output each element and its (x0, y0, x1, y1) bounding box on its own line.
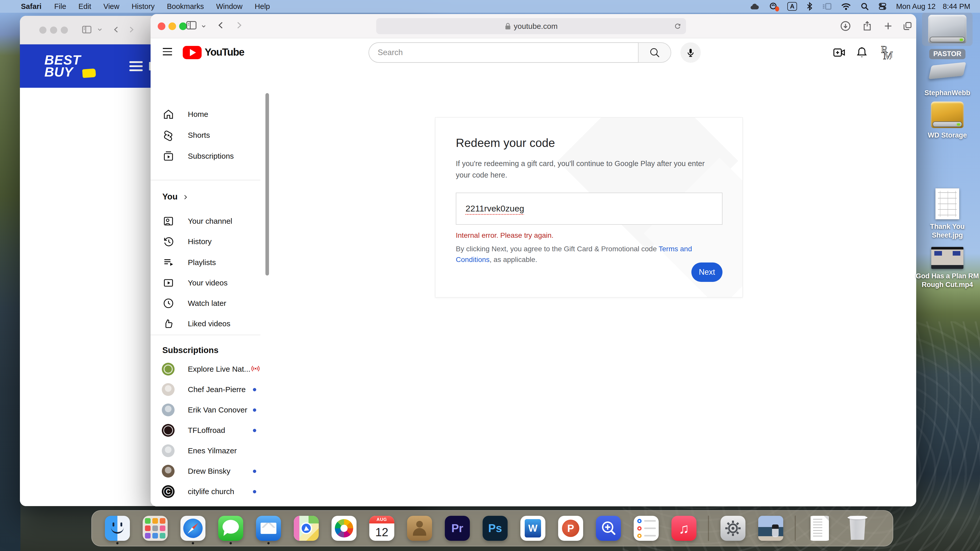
dock-safari[interactable] (174, 516, 212, 541)
keyboard-input-icon[interactable]: A (788, 2, 797, 11)
back-button[interactable] (216, 20, 226, 32)
chevron-down-icon[interactable] (200, 23, 207, 30)
menu-help[interactable]: Help (248, 2, 276, 11)
notifications-bell-button[interactable] (856, 46, 868, 60)
new-tab-button[interactable] (883, 20, 894, 33)
your-videos-icon (162, 277, 175, 289)
channel-row-explore-live-nature[interactable]: Explore Live Nat... (151, 359, 263, 379)
search-field[interactable] (378, 48, 612, 57)
tab-overview-button[interactable] (902, 20, 913, 33)
channel-row-tfloffroad[interactable]: TFLoffroad (151, 421, 263, 440)
sidebar-toggle-icon[interactable] (82, 25, 92, 35)
menu-view[interactable]: View (97, 2, 125, 11)
dock-premiere-pro[interactable]: Pr (438, 516, 476, 541)
dock-maps[interactable] (287, 516, 325, 541)
desktop-icon-pastor-drive[interactable]: PASTOR (914, 12, 980, 59)
sidebar-item-home[interactable]: Home (151, 104, 263, 124)
code-input[interactable]: 2211rvek0zueg (456, 192, 722, 225)
wifi-icon[interactable] (841, 2, 851, 11)
youtube-wordmark[interactable]: YouTube (205, 46, 244, 58)
dock-music[interactable]: ♫ (665, 516, 703, 541)
sidebar-item-your-channel[interactable]: Your channel (151, 211, 263, 231)
sidebar-item-playlists[interactable]: Playlists (151, 252, 263, 272)
forward-arrow-icon[interactable] (127, 25, 135, 35)
menu-bar-date[interactable]: Mon Aug 12 (896, 2, 935, 11)
sidebar-toggle-icon[interactable] (186, 20, 197, 32)
back-arrow-icon[interactable] (112, 25, 121, 35)
close-button[interactable] (158, 22, 165, 30)
channel-row-erik-van-conover[interactable]: Erik Van Conover (151, 400, 263, 420)
dock-contacts[interactable] (401, 516, 438, 541)
dock-word[interactable]: W (514, 516, 552, 541)
desktop-icon-god-has-a-plan-video[interactable]: God Has a Plan RM Rough Cut.mp4 (914, 247, 980, 289)
cloud-status-icon[interactable] (749, 2, 760, 11)
dock-calendar[interactable]: AUG12 (363, 516, 401, 541)
bestbuy-logo[interactable]: BEST BUY (45, 54, 81, 78)
inactive-zoom-button[interactable] (61, 27, 68, 34)
dock-photoshop[interactable]: Ps (476, 516, 514, 541)
app-status-icon[interactable] (769, 2, 778, 11)
create-video-button[interactable] (832, 46, 846, 60)
sidebar-item-your-videos[interactable]: Your videos (151, 273, 263, 293)
dock-launchpad[interactable] (136, 516, 174, 541)
guide-hamburger-button[interactable] (163, 48, 172, 56)
inactive-close-button[interactable] (39, 27, 46, 34)
bluetooth-icon[interactable] (806, 2, 813, 11)
account-avatar[interactable]: R M (877, 44, 894, 61)
menu-window[interactable]: Window (210, 2, 248, 11)
menu-safari[interactable]: Safari (14, 2, 48, 11)
share-button[interactable] (862, 20, 873, 33)
dock-trash[interactable] (838, 516, 877, 541)
menu-bookmarks[interactable]: Bookmarks (161, 2, 210, 11)
desktop-icon-thank-you-sheet[interactable]: Thank You Sheet.jpg (914, 188, 980, 240)
menu-bar-time[interactable]: 8:44 PM (943, 2, 970, 11)
next-button[interactable]: Next (691, 262, 722, 282)
sidebar-scrollbar[interactable] (266, 93, 269, 275)
forward-button[interactable] (234, 20, 243, 32)
sidebar-item-shorts[interactable]: Shorts (151, 125, 263, 145)
dock-powerpoint[interactable]: P (552, 516, 590, 541)
sidebar-item-watch-later[interactable]: Watch later (151, 293, 263, 313)
voice-search-button[interactable] (680, 42, 701, 63)
dock-messages[interactable] (212, 516, 250, 541)
url-text: youtube.com (514, 22, 558, 30)
desktop-icon-wd-storage-drive[interactable]: WD Storage (914, 102, 980, 140)
channel-row-enes-yilmazer[interactable]: Enes Yilmazer (151, 441, 263, 461)
address-bar[interactable]: youtube.com (376, 18, 686, 34)
channel-avatar (162, 424, 175, 437)
control-center-icon[interactable] (878, 2, 887, 11)
sidebar-item-history[interactable]: History (151, 232, 263, 251)
sidebar-show-more[interactable]: Show more (151, 502, 263, 507)
channel-row-chef-jean-pierre[interactable]: Chef Jean-Pierre (151, 380, 263, 400)
sidebar-item-liked-videos[interactable]: Liked videos (151, 314, 263, 333)
display-status-icon[interactable] (822, 2, 832, 11)
dock-downloads-document[interactable] (801, 516, 838, 541)
menu-history[interactable]: History (126, 2, 161, 11)
dock-finder[interactable] (99, 516, 136, 541)
search-button[interactable] (638, 42, 671, 63)
premiere-pro-icon: Pr (445, 516, 470, 541)
launchpad-icon (143, 516, 168, 541)
channel-row-citylife-church[interactable]: C citylife church (151, 482, 263, 502)
dock-logos[interactable] (590, 516, 627, 541)
downloads-button[interactable] (840, 20, 851, 33)
channel-avatar (162, 403, 175, 416)
desktop-icon-stephanwebb-drive[interactable]: StephanWebb (914, 64, 980, 97)
reload-icon[interactable] (674, 22, 681, 32)
dock-reminders[interactable] (627, 516, 665, 541)
sidebar-you-heading[interactable]: You (162, 192, 189, 202)
dock-minimized-window[interactable] (752, 516, 790, 541)
channel-row-drew-binsky[interactable]: Drew Binsky (151, 461, 263, 481)
dock-mail[interactable] (250, 516, 287, 541)
inactive-minimize-button[interactable] (50, 27, 57, 34)
chevron-down-icon[interactable] (97, 26, 103, 34)
dock-photos[interactable] (325, 516, 363, 541)
youtube-logo-icon[interactable] (183, 46, 202, 59)
minimize-button[interactable] (169, 22, 176, 30)
menu-file[interactable]: File (48, 2, 73, 11)
spotlight-search-icon[interactable] (860, 2, 869, 11)
sidebar-item-subscriptions[interactable]: Subscriptions (151, 146, 263, 166)
menu-edit[interactable]: Edit (72, 2, 97, 11)
dock-system-settings[interactable] (714, 516, 752, 541)
search-input[interactable] (369, 42, 638, 63)
